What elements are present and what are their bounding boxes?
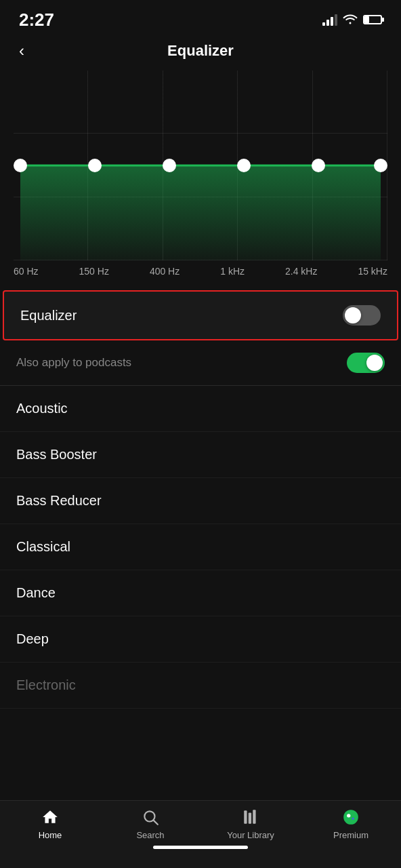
nav-label-search: Search — [136, 830, 164, 840]
battery-icon — [363, 15, 382, 24]
preset-classical[interactable]: Classical — [0, 524, 401, 570]
nav-label-premium: Premium — [333, 830, 368, 840]
eq-handle-4[interactable] — [237, 159, 251, 172]
freq-label-4: 1 kHz — [220, 266, 245, 277]
preset-bass-reducer[interactable]: Bass Reducer — [0, 478, 401, 524]
equalizer-chart[interactable] — [14, 71, 387, 260]
svg-line-1 — [154, 821, 158, 825]
eq-handle-1[interactable] — [14, 159, 27, 172]
premium-icon — [341, 808, 360, 827]
freq-label-3: 400 Hz — [150, 266, 180, 277]
wifi-icon — [343, 12, 358, 28]
nav-item-home[interactable]: Home — [23, 808, 77, 840]
podcast-toggle-row[interactable]: Also apply to podcasts — [0, 340, 401, 386]
svg-point-7 — [352, 818, 354, 820]
freq-label-6: 15 kHz — [358, 266, 387, 277]
page-header: ‹ Equalizer — [0, 35, 401, 71]
equalizer-toggle-switch[interactable] — [343, 305, 381, 326]
podcast-toggle-knob — [366, 355, 383, 371]
page-title: Equalizer — [167, 42, 234, 60]
eq-handle-6[interactable] — [374, 159, 387, 172]
nav-item-library[interactable]: Your Library — [224, 808, 278, 840]
podcast-toggle-switch[interactable] — [347, 353, 385, 373]
eq-handle-2[interactable] — [88, 159, 102, 172]
home-icon — [41, 808, 60, 827]
eq-handle-3[interactable] — [163, 159, 176, 172]
svg-rect-2 — [244, 810, 247, 824]
equalizer-toggle-knob — [345, 307, 361, 323]
svg-point-5 — [343, 810, 358, 825]
eq-handle-5[interactable] — [312, 159, 325, 172]
freq-label-1: 60 Hz — [14, 266, 39, 277]
status-bar: 2:27 — [0, 0, 401, 35]
eq-frequency-labels: 60 Hz 150 Hz 400 Hz 1 kHz 2.4 kHz 15 kHz — [14, 260, 387, 290]
svg-rect-4 — [253, 810, 255, 824]
eq-fill — [20, 165, 381, 260]
back-button[interactable]: ‹ — [19, 41, 24, 60]
equalizer-chart-container: 60 Hz 150 Hz 400 Hz 1 kHz 2.4 kHz 15 kHz — [0, 71, 401, 290]
status-time: 2:27 — [19, 9, 54, 31]
equalizer-toggle-label: Equalizer — [20, 308, 77, 323]
svg-point-6 — [347, 814, 350, 817]
library-icon — [241, 808, 260, 827]
nav-item-premium[interactable]: Premium — [324, 808, 378, 840]
freq-label-2: 150 Hz — [79, 266, 109, 277]
search-icon — [141, 808, 160, 827]
bottom-navigation: Home Search Your Library — [0, 800, 401, 868]
home-indicator — [153, 846, 248, 849]
equalizer-toggle-row[interactable]: Equalizer — [3, 290, 398, 340]
nav-items-container: Home Search Your Library — [0, 808, 401, 840]
nav-label-home: Home — [39, 830, 62, 840]
status-icons — [322, 12, 382, 28]
freq-label-5: 2.4 kHz — [285, 266, 317, 277]
preset-list: Acoustic Bass Booster Bass Reducer Class… — [0, 386, 401, 709]
preset-acoustic[interactable]: Acoustic — [0, 386, 401, 432]
preset-dance[interactable]: Dance — [0, 570, 401, 616]
svg-rect-3 — [249, 813, 251, 824]
preset-deep[interactable]: Deep — [0, 616, 401, 663]
podcast-toggle-label: Also apply to podcasts — [16, 356, 131, 370]
preset-bass-booster[interactable]: Bass Booster — [0, 432, 401, 478]
nav-label-library: Your Library — [227, 830, 274, 840]
preset-electronic[interactable]: Electronic — [0, 663, 401, 709]
nav-item-search[interactable]: Search — [123, 808, 177, 840]
eq-curve-svg — [14, 71, 387, 260]
signal-icon — [322, 14, 337, 26]
